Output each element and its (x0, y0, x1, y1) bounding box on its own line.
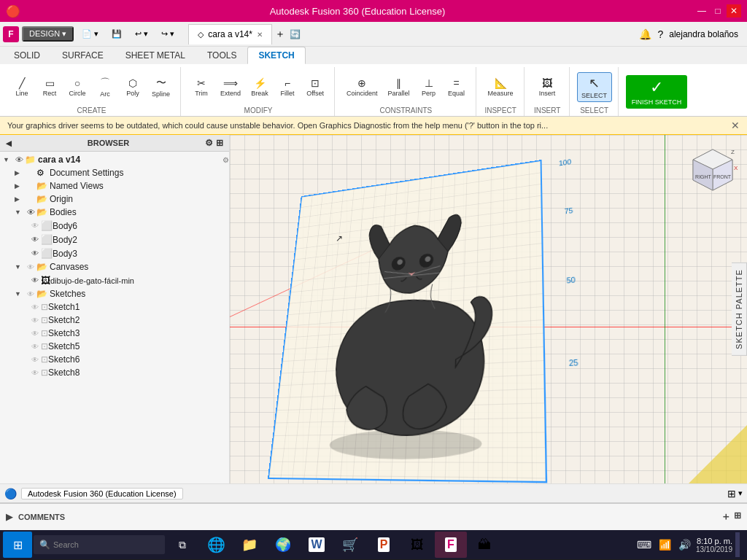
keyboard-icon[interactable]: ⌨ (635, 539, 654, 551)
tab-sheet-metal[interactable]: SHEET METAL (115, 47, 196, 64)
taskbar-word[interactable]: W (301, 532, 333, 558)
circle-button[interactable]: ○Circle (64, 74, 90, 100)
sketch6-eye-icon[interactable]: 👁 (29, 356, 41, 364)
tab-solid[interactable]: SOLID (3, 47, 51, 64)
arc-button[interactable]: ⌒Arc (92, 74, 118, 101)
fillet-button[interactable]: ⌐Fillet (274, 74, 301, 100)
body6-eye-icon[interactable]: 👁 (29, 222, 41, 230)
tree-item-root[interactable]: ▼ 👁 📁 cara a v14 ⚙ (0, 153, 229, 166)
taskbar-photos[interactable]: 🏔 (468, 532, 500, 558)
select-button[interactable]: ↖ SELECT (577, 72, 612, 102)
save-button[interactable]: 💾 (107, 25, 127, 44)
perpendicular-button[interactable]: ⊥Perp (416, 74, 442, 100)
tab-surface[interactable]: SURFACE (51, 47, 115, 64)
help-icon[interactable]: ? (657, 28, 663, 40)
sketch5-eye-icon[interactable]: 👁 (29, 343, 41, 351)
tab-sketch[interactable]: SKETCH (247, 47, 305, 64)
body2-eye-icon[interactable]: 👁 (29, 236, 41, 244)
maximize-button[interactable]: □ (711, 4, 725, 18)
tree-item-origin[interactable]: ▶ 📂 Origin (0, 192, 229, 206)
taskbar-powerpoint[interactable]: P (368, 532, 400, 558)
root-eye-icon[interactable]: 👁 (13, 155, 25, 164)
taskbar-ie[interactable]: 🌐 (200, 532, 232, 558)
collapse-icon[interactable]: ◀ (6, 139, 12, 147)
offset-button[interactable]: ⊡Offset (302, 74, 328, 100)
browser-settings-icon[interactable]: ⚙ (205, 138, 213, 148)
sketch8-eye-icon[interactable]: 👁 (29, 369, 41, 377)
polygon-button[interactable]: ⬡Poly (120, 74, 146, 100)
tree-item-bodies[interactable]: ▼ 👁 📂 Bodies (0, 206, 229, 219)
volume-icon[interactable]: 🔊 (676, 539, 693, 551)
body3-eye-icon[interactable]: 👁 (29, 249, 41, 257)
close-button[interactable]: ✕ (727, 4, 741, 18)
rectangle-button[interactable]: ▭Rect (36, 74, 63, 100)
tree-item-sketch6[interactable]: 👁 ⊡ Sketch6 (0, 353, 229, 366)
start-button[interactable]: ⊞ (3, 532, 32, 558)
sketch6-label: Sketch6 (48, 354, 229, 365)
view-cube[interactable]: FRONT RIGHT Z X (687, 144, 738, 195)
trim-button[interactable]: ✂Trim (188, 74, 214, 100)
expand-comments-icon[interactable]: ▶ (6, 512, 12, 522)
tree-item-sketch2[interactable]: 👁 ⊡ Sketch2 (0, 314, 229, 327)
notification-icon[interactable]: 🔔 (639, 28, 651, 40)
insert-image-button[interactable]: 🖼 Insert (532, 74, 562, 100)
tree-item-sketch5[interactable]: 👁 ⊡ Sketch5 (0, 340, 229, 353)
tree-item-sketch8[interactable]: 👁 ⊡ Sketch8 (0, 366, 229, 379)
equal-button[interactable]: =Equal (444, 74, 470, 100)
taskbar-fusion[interactable]: F (435, 532, 467, 558)
sketch-palette-tab[interactable]: SKETCH PALETTE (732, 262, 747, 356)
parallel-button[interactable]: ∥Parallel (384, 74, 414, 100)
tree-item-body2[interactable]: 👁 ⬜ Body2 (0, 233, 229, 246)
tree-item-body3[interactable]: 👁 ⬜ Body3 (0, 246, 229, 260)
sketch-viewport[interactable]: 100 75 50 25 (266, 158, 565, 483)
tab-area: ◇ cara a v14* ✕ ＋ 🔄 (188, 24, 636, 44)
add-tab-button[interactable]: ＋ (272, 26, 288, 42)
redo-button[interactable]: ↪▾ (156, 25, 179, 44)
tree-item-body6[interactable]: 👁 ⬜ Body6 (0, 219, 229, 233)
sketch1-eye-icon[interactable]: 👁 (29, 303, 41, 311)
design-dropdown[interactable]: DESIGN ▾ (22, 26, 74, 42)
bodies-eye-icon[interactable]: 👁 (25, 208, 36, 217)
extend-button[interactable]: ⟹Extend (216, 74, 245, 100)
tab-close-button[interactable]: ✕ (257, 31, 263, 39)
add-comment-icon[interactable]: ＋ (721, 510, 731, 524)
new-file-button[interactable]: 📄▾ (77, 25, 104, 44)
undo-button[interactable]: ↩▾ (130, 25, 153, 44)
grid-toggle-button[interactable]: ⊞ ▾ (727, 488, 743, 499)
taskbar-explorer[interactable]: 📁 (233, 532, 266, 558)
taskbar-search[interactable]: 🔍 Search (34, 535, 165, 554)
canvas-img-eye-icon[interactable]: 👁 (29, 276, 41, 284)
break-button[interactable]: ⚡Break (247, 74, 273, 100)
minimize-button[interactable]: — (694, 4, 709, 18)
show-desktop-button[interactable] (735, 532, 740, 557)
tree-item-canvas-image[interactable]: 👁 🖼 dibujo-de-gato-fácil-min (0, 273, 229, 287)
tree-item-sketch1[interactable]: 👁 ⊡ Sketch1 (0, 300, 229, 314)
finish-sketch-button[interactable]: ✓ FINISH SKETCH (626, 75, 688, 109)
coincident-button[interactable]: ⊕Coincident (342, 74, 382, 100)
taskbar-chrome[interactable]: 🌍 (267, 532, 299, 558)
notification-close-button[interactable]: ✕ (731, 120, 740, 131)
taskbar-store[interactable]: 🛒 (334, 532, 366, 558)
tree-item-canvases[interactable]: ▼ 👁 📂 Canvases (0, 260, 229, 273)
canvas-area[interactable]: 100 75 50 25 ↗ FRONT RIGHT (230, 135, 747, 483)
task-view-button[interactable]: ⧉ (166, 532, 198, 558)
svg-text:Z: Z (731, 149, 735, 155)
tree-item-named-views[interactable]: ▶ 📂 Named Views (0, 179, 229, 192)
tree-item-document-settings[interactable]: ▶ ⚙ Document Settings (0, 166, 229, 179)
line-button[interactable]: ╱Line (9, 74, 35, 100)
measure-button[interactable]: 📐Measure (484, 74, 518, 100)
tab-tools[interactable]: TOOLS (196, 47, 247, 64)
tab-nav-button[interactable]: 🔄 (288, 26, 303, 42)
comment-expand-icon[interactable]: ⊞ (734, 510, 741, 524)
taskbar-pictures[interactable]: 🖼 (401, 532, 433, 558)
browser-expand-icon[interactable]: ⊞ (216, 138, 223, 148)
taskbar-clock-area[interactable]: 8:10 p. m. 13/10/2019 (696, 537, 732, 553)
network-icon[interactable]: 📶 (657, 539, 673, 551)
tab-cara-a-v14[interactable]: ◇ cara a v14* ✕ (188, 24, 272, 44)
tree-item-sketches[interactable]: ▼ 👁 📂 Sketches (0, 287, 229, 300)
tree-item-sketch3[interactable]: 👁 ⊡ Sketch3 (0, 327, 229, 340)
root-settings-icon[interactable]: ⚙ (222, 156, 229, 164)
sketch3-eye-icon[interactable]: 👁 (29, 330, 41, 338)
sketch2-eye-icon[interactable]: 👁 (29, 316, 41, 324)
spline-button[interactable]: 〜Spline (147, 74, 174, 101)
